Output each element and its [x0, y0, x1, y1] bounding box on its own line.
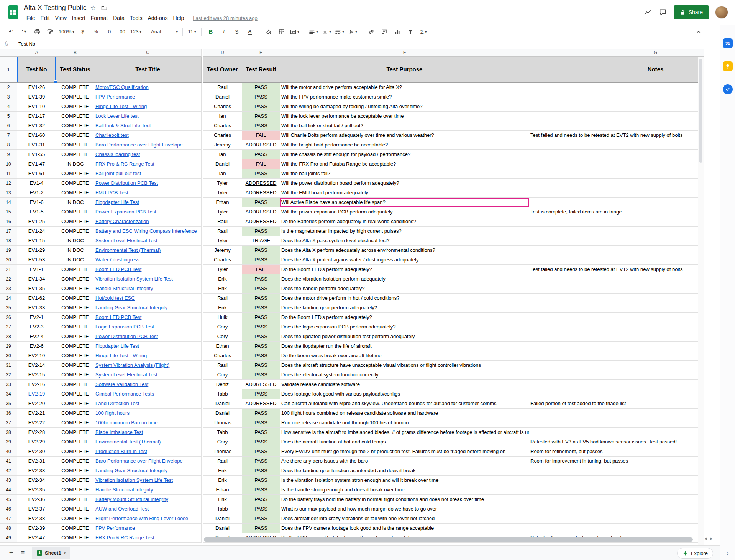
- cell-E43[interactable]: PASS: [242, 476, 280, 485]
- cell-link[interactable]: Logic Expansion PCB Test: [95, 324, 154, 330]
- cell-C6[interactable]: Ball Link & Strut Life Test: [94, 121, 202, 131]
- sheet-tab[interactable]: 1 Sheet1 ▾: [32, 547, 70, 559]
- cell-A15[interactable]: EV1-5: [17, 207, 56, 217]
- cell-A28[interactable]: EV2-4: [17, 332, 56, 342]
- cell-E19[interactable]: PASS: [242, 246, 280, 255]
- cell-link[interactable]: Hinge Life Test - Wiring: [95, 353, 147, 358]
- row-number[interactable]: 49: [0, 533, 17, 543]
- cell-B41[interactable]: COMPLETE: [56, 457, 94, 466]
- cell-D36[interactable]: Daniel: [203, 409, 242, 418]
- cell-G1[interactable]: Notes: [529, 57, 704, 83]
- cell-G25[interactable]: [529, 303, 704, 313]
- cell-link[interactable]: System Vibration Analysis (Flight): [95, 362, 169, 368]
- cell-link[interactable]: Flight Performance with Ring Lever Loose: [95, 516, 188, 521]
- cell-C20[interactable]: Water / dust ingress: [94, 255, 202, 265]
- cell-D33[interactable]: Deniz: [203, 380, 242, 389]
- activity-icon[interactable]: [643, 8, 652, 17]
- vertical-scroll-thumb[interactable]: [699, 59, 702, 163]
- cell-E40[interactable]: PASS: [242, 447, 280, 457]
- cell-B34[interactable]: COMPLETE: [56, 389, 94, 399]
- cell-F38[interactable]: How senstive is the aircraft to imbalanc…: [280, 428, 529, 437]
- cell-E15[interactable]: ADDRESSED: [242, 207, 280, 217]
- cell-B24[interactable]: COMPLETE: [56, 294, 94, 303]
- cell-F34[interactable]: Does footage look good with various payl…: [280, 389, 529, 399]
- horizontal-scroll-thumb[interactable]: [204, 537, 693, 542]
- cell-C1[interactable]: Test Title: [94, 57, 202, 83]
- cell-link[interactable]: Environmental Test (Thermal): [95, 247, 161, 253]
- cell-F30[interactable]: Do the boom wires break over aircraft li…: [280, 351, 529, 361]
- text-color-button[interactable]: A: [243, 27, 256, 37]
- cell-C23[interactable]: Handle Structural Integrity: [94, 284, 202, 294]
- cell-G46[interactable]: [529, 504, 704, 514]
- row-number[interactable]: 28: [0, 332, 17, 342]
- cell-C4[interactable]: Hinge Life Test - Wiring: [94, 102, 202, 112]
- cell-F29[interactable]: Does the flopdapter run the life of airc…: [280, 342, 529, 351]
- collapse-panel-icon[interactable]: ›: [720, 550, 735, 556]
- row-number[interactable]: 46: [0, 504, 17, 514]
- cell-link[interactable]: Motor/ESC Qualification: [95, 84, 149, 90]
- cell-link[interactable]: Baro Performance over Flight Envelope: [95, 458, 183, 464]
- cell-E34[interactable]: PASS: [242, 389, 280, 399]
- cell-A7[interactable]: EV1-60: [17, 131, 56, 140]
- cell-A19[interactable]: EV1-29: [17, 246, 56, 255]
- cell-G44[interactable]: [529, 485, 704, 495]
- last-edit-link[interactable]: Last edit was 28 minutes ago: [193, 15, 257, 21]
- cell-E25[interactable]: PASS: [242, 303, 280, 313]
- cell-B39[interactable]: COMPLETE: [56, 437, 94, 447]
- menu-insert[interactable]: Insert: [69, 14, 88, 22]
- row-number[interactable]: 15: [0, 207, 17, 217]
- row-number[interactable]: 14: [0, 198, 17, 207]
- cell-C30[interactable]: Hinge Life Test - Wiring: [94, 351, 202, 361]
- cell-E13[interactable]: ADDRESSED: [242, 188, 280, 198]
- cell-F12[interactable]: Will the power distribution board perfor…: [280, 179, 529, 188]
- cell-C37[interactable]: 100hr minimum Burn in time: [94, 418, 202, 428]
- formula-bar-value[interactable]: Test No: [18, 41, 35, 47]
- cell-B40[interactable]: COMPLETE: [56, 447, 94, 457]
- row-number[interactable]: 35: [0, 399, 17, 409]
- row-number[interactable]: 29: [0, 342, 17, 351]
- cell-F2[interactable]: Will the motor and drive perform accepta…: [280, 83, 529, 92]
- cell-A24[interactable]: EV1-62: [17, 294, 56, 303]
- cell-E37[interactable]: PASS: [242, 418, 280, 428]
- cell-link[interactable]: 100 flight hours: [95, 410, 130, 416]
- cell-A36[interactable]: EV2-21: [17, 409, 56, 418]
- explore-button[interactable]: Explore: [677, 548, 713, 559]
- cell-F32[interactable]: Does the electrical system function corr…: [280, 370, 529, 380]
- cell-F27[interactable]: Does the logic expansion PCB perform ade…: [280, 322, 529, 332]
- cell-link[interactable]: Water / dust ingress: [95, 257, 139, 263]
- cell-D35[interactable]: Daniel: [203, 399, 242, 409]
- cell-link[interactable]: Flopdapter Life Test: [95, 199, 139, 205]
- cell-F11[interactable]: Will the ball joints fail?: [280, 169, 529, 179]
- cell-G5[interactable]: [529, 112, 704, 121]
- cell-G37[interactable]: [529, 418, 704, 428]
- cell-E38[interactable]: PASS: [242, 428, 280, 437]
- cell-link[interactable]: AUW and Overload Test: [95, 506, 149, 512]
- font-size-select[interactable]: 11▾: [185, 27, 199, 37]
- cell-C29[interactable]: Flopdapter Life Test: [94, 342, 202, 351]
- cell-D12[interactable]: Tyler: [203, 179, 242, 188]
- cell-D30[interactable]: Charles: [203, 351, 242, 361]
- row-number[interactable]: 32: [0, 370, 17, 380]
- cell-D43[interactable]: Erik: [203, 476, 242, 485]
- cell-E41[interactable]: PASS: [242, 457, 280, 466]
- cell-A2[interactable]: EV1-26: [17, 83, 56, 92]
- cell-G41[interactable]: Room for improvement in tuning, but pass…: [529, 457, 704, 466]
- cell-A32[interactable]: EV2-15: [17, 370, 56, 380]
- cell-link[interactable]: Chassis loading test: [95, 151, 140, 157]
- cell-C35[interactable]: Land Detection Test: [94, 399, 202, 409]
- cell-B2[interactable]: COMPLETE: [56, 83, 94, 92]
- cell-link[interactable]: FRX Pro & RC Range Test: [95, 161, 154, 167]
- cell-G33[interactable]: [529, 380, 704, 389]
- cell-B45[interactable]: COMPLETE: [56, 495, 94, 504]
- cell-C12[interactable]: Power Distribution PCB Test: [94, 179, 202, 188]
- cell-E32[interactable]: PASS: [242, 370, 280, 380]
- cell-G26[interactable]: [529, 313, 704, 322]
- cell-F21[interactable]: Do the Boom LED's perform adequately?: [280, 265, 529, 274]
- cell-D14[interactable]: Ethan: [203, 198, 242, 207]
- cell-link[interactable]: Handle Structural Integrity: [95, 286, 153, 291]
- cell-A3[interactable]: EV1-39: [17, 92, 56, 102]
- cell-D29[interactable]: Ethan: [203, 342, 242, 351]
- cell-link[interactable]: Flopdapter Life Test: [95, 343, 139, 349]
- row-number[interactable]: 21: [0, 265, 17, 274]
- insert-chart-button[interactable]: [391, 27, 404, 37]
